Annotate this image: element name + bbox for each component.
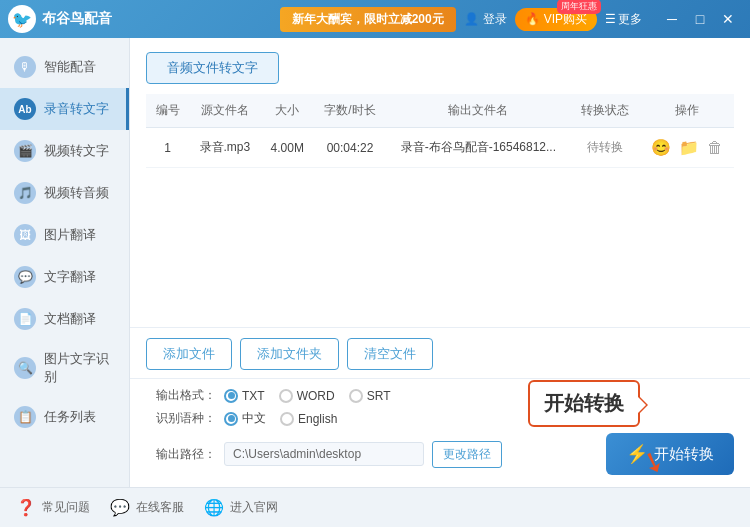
cell-id: 1 — [146, 128, 189, 168]
faq-item[interactable]: ❓ 常见问题 — [16, 498, 90, 517]
txt-radio-circle — [224, 389, 238, 403]
srt-radio-circle — [349, 389, 363, 403]
chinese-radio-dot — [228, 415, 235, 422]
folder-icon[interactable]: 📁 — [679, 138, 699, 157]
sidebar-label-voiceover: 智能配音 — [44, 58, 96, 76]
lang-radio-group: 中文 English — [224, 410, 337, 427]
cell-status: 待转换 — [570, 128, 639, 168]
lang-chinese[interactable]: 中文 — [224, 410, 266, 427]
table-header-row: 编号 源文件名 大小 字数/时长 输出文件名 转换状态 操作 — [146, 94, 734, 128]
sidebar-label-video-to-audio: 视频转音频 — [44, 184, 109, 202]
more-button[interactable]: ☰ 更多 — [605, 11, 642, 28]
video-to-text-icon: 🎬 — [14, 140, 36, 162]
delete-icon[interactable]: 🗑 — [707, 139, 723, 157]
sidebar-item-voiceover[interactable]: 🎙 智能配音 — [0, 46, 129, 88]
lang-label: 识别语种： — [146, 410, 216, 427]
bird-icon: 🐦 — [12, 10, 32, 29]
add-folder-button[interactable]: 添加文件夹 — [240, 338, 339, 370]
sidebar-item-video-to-text[interactable]: 🎬 视频转文字 — [0, 130, 129, 172]
col-action: 操作 — [639, 94, 734, 128]
sidebar-label-task-list: 任务列表 — [44, 408, 96, 426]
user-icon: 👤 — [464, 12, 479, 26]
chinese-radio-circle — [224, 412, 238, 426]
text-translate-icon: 💬 — [14, 266, 36, 288]
sidebar-label-doc-translate: 文档翻译 — [44, 310, 96, 328]
cell-size: 4.00M — [261, 128, 314, 168]
format-label: 输出格式： — [146, 387, 216, 404]
cell-filename: 录音.mp3 — [189, 128, 261, 168]
promo-banner[interactable]: 新年大酬宾，限时立减200元 — [280, 7, 456, 32]
sidebar-item-video-to-audio[interactable]: 🎵 视频转音频 — [0, 172, 129, 214]
login-label: 登录 — [483, 11, 507, 28]
col-size: 大小 — [261, 94, 314, 128]
format-srt[interactable]: SRT — [349, 389, 391, 403]
path-input[interactable] — [224, 442, 424, 466]
add-file-button[interactable]: 添加文件 — [146, 338, 232, 370]
format-txt[interactable]: TXT — [224, 389, 265, 403]
voiceover-icon: 🎙 — [14, 56, 36, 78]
close-button[interactable]: ✕ — [714, 5, 742, 33]
sidebar-item-audio-to-text[interactable]: Ab 录音转文字 — [0, 88, 129, 130]
txt-label: TXT — [242, 389, 265, 403]
support-icon: 💬 — [110, 498, 130, 517]
chinese-label: 中文 — [242, 410, 266, 427]
sidebar-label-ocr: 图片文字识别 — [44, 350, 115, 386]
more-icon: ☰ — [605, 12, 616, 26]
sidebar-item-doc-translate[interactable]: 📄 文档翻译 — [0, 298, 129, 340]
ocr-icon: 🔍 — [14, 357, 36, 379]
clear-files-button[interactable]: 清空文件 — [347, 338, 433, 370]
file-table-container: 编号 源文件名 大小 字数/时长 输出文件名 转换状态 操作 1 录音.mp3 … — [130, 94, 750, 327]
lang-english[interactable]: English — [280, 412, 337, 426]
main-content: 音频文件转文字 编号 源文件名 大小 字数/时长 输出文件名 转换状态 操作 — [130, 38, 750, 487]
english-label: English — [298, 412, 337, 426]
start-convert-button[interactable]: ⚡ 开始转换 — [606, 433, 734, 475]
txt-radio-dot — [228, 392, 235, 399]
settings-start-area: 开始转换 ➘ 输出格式： TXT WORD — [130, 378, 750, 487]
login-button[interactable]: 👤 登录 — [464, 11, 507, 28]
vip-icon: 🔥 — [525, 12, 540, 26]
video-to-audio-icon: 🎵 — [14, 182, 36, 204]
col-output: 输出文件名 — [386, 94, 570, 128]
main-layout: 🎙 智能配音 Ab 录音转文字 🎬 视频转文字 🎵 视频转音频 🖼 图片翻译 💬… — [0, 38, 750, 487]
sidebar-label-image-translate: 图片翻译 — [44, 226, 96, 244]
maximize-button[interactable]: □ — [686, 5, 714, 33]
table-row: 1 录音.mp3 4.00M 00:04:22 录音-布谷鸟配音-1654681… — [146, 128, 734, 168]
word-radio-circle — [279, 389, 293, 403]
task-list-icon: 📋 — [14, 406, 36, 428]
window-controls: ─ □ ✕ — [658, 5, 742, 33]
audio-to-text-tab[interactable]: 音频文件转文字 — [146, 52, 279, 84]
website-item[interactable]: 🌐 进入官网 — [204, 498, 278, 517]
cell-duration: 00:04:22 — [314, 128, 386, 168]
minimize-button[interactable]: ─ — [658, 5, 686, 33]
word-label: WORD — [297, 389, 335, 403]
path-label: 输出路径： — [146, 446, 216, 463]
cell-output: 录音-布谷鸟配音-16546812... — [386, 128, 570, 168]
change-path-button[interactable]: 更改路径 — [432, 441, 502, 468]
col-filename: 源文件名 — [189, 94, 261, 128]
image-translate-icon: 🖼 — [14, 224, 36, 246]
content-header: 音频文件转文字 — [130, 38, 750, 94]
sidebar: 🎙 智能配音 Ab 录音转文字 🎬 视频转文字 🎵 视频转音频 🖼 图片翻译 💬… — [0, 38, 130, 487]
srt-label: SRT — [367, 389, 391, 403]
english-radio-circle — [280, 412, 294, 426]
title-bar-actions: 👤 登录 周年狂惠 🔥 VIP购买 ☰ 更多 ─ □ ✕ — [464, 5, 742, 33]
vip-badge: 周年狂惠 — [557, 0, 601, 14]
support-item[interactable]: 💬 在线客服 — [110, 498, 184, 517]
faq-icon: ❓ — [16, 498, 36, 517]
play-icon[interactable]: 😊 — [651, 138, 671, 157]
col-duration: 字数/时长 — [314, 94, 386, 128]
audio-to-text-icon: Ab — [14, 98, 36, 120]
sidebar-item-task-list[interactable]: 📋 任务列表 — [0, 396, 129, 438]
col-status: 转换状态 — [570, 94, 639, 128]
faq-label: 常见问题 — [42, 499, 90, 516]
sidebar-label-audio-to-text: 录音转文字 — [44, 100, 109, 118]
website-label: 进入官网 — [230, 499, 278, 516]
sidebar-item-image-translate[interactable]: 🖼 图片翻译 — [0, 214, 129, 256]
sidebar-item-text-translate[interactable]: 💬 文字翻译 — [0, 256, 129, 298]
format-word[interactable]: WORD — [279, 389, 335, 403]
col-id: 编号 — [146, 94, 189, 128]
status-bar: ❓ 常见问题 💬 在线客服 🌐 进入官网 — [0, 487, 750, 527]
cell-actions: 😊 📁 🗑 — [639, 128, 734, 168]
sidebar-item-ocr[interactable]: 🔍 图片文字识别 — [0, 340, 129, 396]
vip-button[interactable]: 周年狂惠 🔥 VIP购买 — [515, 8, 597, 31]
